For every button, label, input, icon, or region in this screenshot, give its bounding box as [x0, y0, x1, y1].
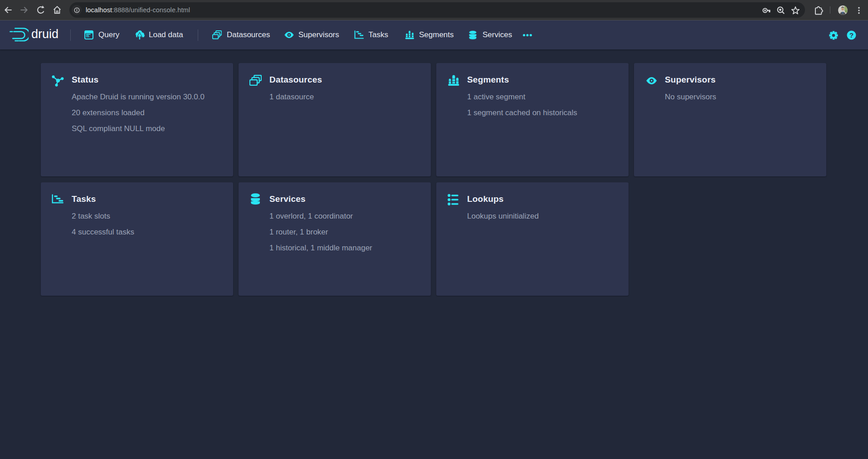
svg-text:?: ?: [849, 31, 853, 39]
